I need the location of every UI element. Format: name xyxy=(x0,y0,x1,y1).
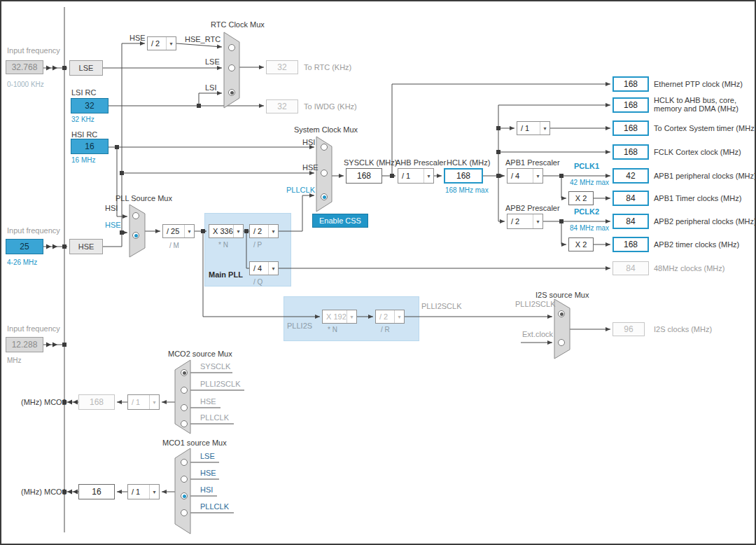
fclk-value-field[interactable]: 168 xyxy=(612,144,649,160)
clk48-value-field: 84 xyxy=(612,261,649,275)
i2s-extclock-label: Ext.clock xyxy=(522,330,553,339)
radio-mco1-lse[interactable] xyxy=(181,459,188,466)
mco1-option-hse: HSE xyxy=(200,469,216,478)
chevron-down-icon: ▾ xyxy=(149,395,159,409)
cortex-timer-divider-dropdown[interactable]: / 1▾ xyxy=(517,121,550,135)
enable-css-button[interactable]: Enable CSS xyxy=(312,214,368,228)
mco2-pin-label: (MHz) MCO2 xyxy=(21,398,66,407)
pll-hse-label: HSE xyxy=(105,221,121,230)
radio-mco2-pllclk[interactable] xyxy=(181,420,188,427)
rtc-hse-divider-dropdown[interactable]: / 2▾ xyxy=(147,36,176,50)
mco2-value-field: 168 xyxy=(78,394,115,410)
plli2sclk-wire-label: PLLI2SCLK xyxy=(421,302,461,311)
radio-sys-hse[interactable] xyxy=(321,170,328,177)
ethernet-ptp-value-field[interactable]: 168 xyxy=(612,76,649,92)
pll-m-label: / M xyxy=(169,241,179,250)
to-iwdg-label: To IWDG (KHz) xyxy=(304,102,357,111)
main-pll-title: Main PLL xyxy=(209,270,243,280)
cortex-timer-value-field[interactable]: 168 xyxy=(612,120,649,136)
hclk-ahb-value-field[interactable]: 168 xyxy=(612,97,649,113)
mco1-pin-label: (MHz) MCO1 xyxy=(21,488,66,497)
plli2s-n-label: * N xyxy=(328,325,337,334)
radio-i2s-plli2sclk[interactable] xyxy=(558,310,565,317)
radio-rtc-hse[interactable] xyxy=(228,44,235,51)
lsi-value-box: 32 xyxy=(71,98,108,113)
mco2-divider-dropdown: / 1▾ xyxy=(127,394,160,410)
radio-rtc-lsi[interactable] xyxy=(228,89,235,96)
clk48-label: 48MHz clocks (MHz) xyxy=(654,264,724,273)
i2s-mux-title: I2S source Mux xyxy=(536,291,589,300)
pll-p-label: / P xyxy=(253,240,262,249)
radio-mco1-pllclk[interactable] xyxy=(181,509,188,516)
pll-m-divider-dropdown[interactable]: / 25▾ xyxy=(162,224,195,238)
pll-p-divider-dropdown[interactable]: / 2▾ xyxy=(249,224,279,238)
apb2-peripheral-clocks-field[interactable]: 84 xyxy=(612,214,649,229)
pll-source-mux-title: PLL Source Mux xyxy=(115,194,172,203)
sys-hse-label: HSE xyxy=(302,163,318,172)
lse-range-label: 0-1000 KHz xyxy=(7,80,44,89)
radio-i2s-extclock[interactable] xyxy=(558,339,565,346)
lsi-freq-label: 32 KHz xyxy=(71,115,94,124)
chevron-down-icon: ▾ xyxy=(346,310,356,323)
lse-osc-box: LSE xyxy=(69,60,103,76)
i2s-mux-shape xyxy=(554,299,570,359)
chevron-down-icon: ▾ xyxy=(166,37,176,50)
mco1-option-pllclk: PLLCLK xyxy=(200,502,229,511)
apb2-timer-clocks-label: APB2 timer clocks (MHz) xyxy=(654,240,739,249)
radio-mco1-hsi[interactable] xyxy=(181,492,188,499)
rtc-lse-label: LSE xyxy=(205,57,220,67)
pll-n-label: * N xyxy=(218,240,228,249)
chevron-down-icon: ▾ xyxy=(149,485,159,499)
plli2s-n-multiplier-dropdown: X 192▾ xyxy=(322,310,357,324)
mco2-option-sysclk: SYSCLK xyxy=(200,362,230,371)
ethernet-ptp-label: Ethernet PTP clock (MHz) xyxy=(654,80,743,89)
radio-sys-pllclk[interactable] xyxy=(321,193,328,200)
ahb-prescaler-dropdown[interactable]: / 1▾ xyxy=(398,168,434,184)
plli2s-r-divider-dropdown: / 2▾ xyxy=(375,310,405,324)
fclk-label: FCLK Cortex clock (MHz) xyxy=(654,148,741,157)
mco2-option-hse: HSE xyxy=(200,397,216,406)
pll-q-divider-dropdown[interactable]: / 4▾ xyxy=(249,261,279,275)
pll-n-multiplier-dropdown[interactable]: X 336▾ xyxy=(209,224,244,238)
pll-hsi-label: HSI xyxy=(105,204,118,213)
hclk-ahb-label: HCLK to AHB bus, core, memory and DMA (M… xyxy=(654,96,749,113)
radio-mco2-hse[interactable] xyxy=(181,404,188,411)
chevron-down-icon: ▾ xyxy=(184,225,194,237)
apb2-timer-clocks-field[interactable]: 168 xyxy=(612,237,649,252)
hse-rtc-label: HSE_RTC xyxy=(185,35,220,44)
hse-input-frequency-label: Input frequency xyxy=(7,226,60,235)
pclk2-label: PCLK2 xyxy=(574,207,599,216)
radio-sys-hsi[interactable] xyxy=(321,144,328,151)
hclk-value-field[interactable]: 168 xyxy=(444,168,483,184)
mco1-option-lse: LSE xyxy=(200,452,215,461)
i2s-ckin-unit-label: MHz xyxy=(7,356,22,365)
sysclk-value-field[interactable]: 168 xyxy=(346,168,382,184)
plli2s-r-label: / R xyxy=(381,325,390,334)
apb1-peripheral-clocks-field[interactable]: 42 xyxy=(612,168,649,184)
mco2-option-pllclk: PLLCLK xyxy=(200,413,229,422)
i2s-clocks-label: I2S clocks (MHz) xyxy=(654,325,712,334)
lse-input-frequency-field: 32.768 xyxy=(6,60,43,74)
pll-q-label: / Q xyxy=(253,277,262,287)
apb2-prescaler-dropdown[interactable]: / 2▾ xyxy=(507,214,543,229)
apb1-prescaler-dropdown[interactable]: / 4▾ xyxy=(507,168,543,184)
radio-mco1-hse[interactable] xyxy=(181,476,188,483)
lse-input-frequency-label: Input frequency xyxy=(7,46,60,55)
radio-mco2-sysclk[interactable] xyxy=(181,369,188,376)
mco1-mux-title: MCO1 source Mux xyxy=(162,439,227,448)
rtc-mux-title: RTC Clock Mux xyxy=(211,20,265,29)
i2s-clocks-value-field: 96 xyxy=(612,322,645,336)
hse-osc-box: HSE xyxy=(69,239,103,254)
apb2-prescaler-label: APB2 Prescaler xyxy=(505,204,560,213)
apb1-timer-clocks-field[interactable]: 84 xyxy=(612,191,649,206)
mco1-divider-dropdown[interactable]: / 1▾ xyxy=(127,484,160,499)
radio-pll-hsi[interactable] xyxy=(132,212,139,219)
mco1-value-field: 16 xyxy=(78,484,115,499)
radio-pll-hse[interactable] xyxy=(132,232,139,239)
hsi-freq-label: 16 MHz xyxy=(71,156,95,165)
chevron-down-icon: ▾ xyxy=(394,310,404,323)
hse-input-frequency-field[interactable]: 25 xyxy=(6,239,43,254)
apb1-prescaler-label: APB1 Prescaler xyxy=(505,158,560,167)
radio-rtc-lse[interactable] xyxy=(228,64,235,71)
radio-mco2-plli2sclk[interactable] xyxy=(181,387,188,394)
